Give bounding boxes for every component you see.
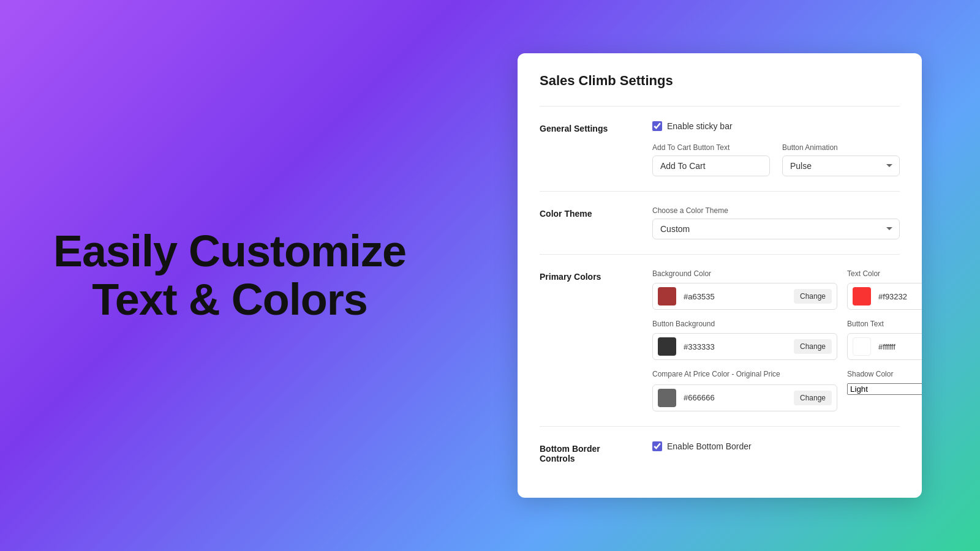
enable-bottom-border-label: Enable Bottom Border [667, 441, 752, 451]
button-animation-select[interactable]: None Pulse Bounce Shake [782, 156, 900, 176]
button-background-hex-input[interactable] [681, 342, 789, 351]
shadow-color-field: Shadow Color None Light Dark [847, 370, 922, 411]
shadow-color-label: Shadow Color [847, 370, 922, 378]
general-settings-label: General Settings [540, 121, 638, 176]
hero-text: Easily Customize Text & Colors [53, 227, 406, 324]
background-color-input-row: Change [652, 283, 837, 310]
compare-price-input-row: Change [652, 384, 837, 411]
button-animation-label: Button Animation [782, 143, 900, 152]
enable-bottom-border-checkbox[interactable] [652, 441, 662, 451]
text-color-input-row: Change [847, 283, 922, 310]
settings-title: Sales Climb Settings [540, 73, 900, 89]
button-animation-group: Button Animation None Pulse Bounce Shake [782, 143, 900, 176]
text-color-hex-input[interactable] [876, 292, 922, 301]
button-text-field: Button Text Change [847, 320, 922, 360]
add-to-cart-button-text-input[interactable] [652, 156, 770, 176]
compare-price-label: Compare At Price Color - Original Price [652, 370, 837, 380]
background-color-field: Background Color Change [652, 269, 837, 310]
choose-color-theme-label: Choose a Color Theme [652, 206, 900, 215]
color-grid: Background Color Change Text Color [652, 269, 922, 411]
primary-colors-label: Primary Colors [540, 269, 638, 411]
button-text-swatch [853, 337, 871, 356]
general-settings-content: Enable sticky bar Add To Cart Button Tex… [652, 121, 900, 176]
color-theme-select[interactable]: Default Custom Dark Light [652, 219, 900, 239]
background-color-swatch [658, 287, 676, 305]
primary-colors-section: Primary Colors Background Color Change [540, 254, 900, 426]
button-text-animation-row: Add To Cart Button Text Button Animation… [652, 143, 900, 176]
color-theme-content: Choose a Color Theme Default Custom Dark… [652, 206, 900, 239]
text-color-swatch [853, 287, 871, 305]
enable-bottom-border-row: Enable Bottom Border [652, 441, 900, 451]
background-color-change-btn[interactable]: Change [794, 289, 832, 304]
hero-line1: Easily Customize [53, 227, 406, 276]
compare-price-hex-input[interactable] [681, 393, 789, 402]
text-color-field: Text Color Change [847, 269, 922, 310]
enable-sticky-bar-checkbox[interactable] [652, 121, 662, 131]
choose-color-theme-group: Choose a Color Theme Default Custom Dark… [652, 206, 900, 239]
general-settings-section: General Settings Enable sticky bar Add T… [540, 106, 900, 191]
button-background-input-row: Change [652, 333, 837, 360]
button-background-label: Button Background [652, 320, 837, 328]
color-theme-label: Color Theme [540, 206, 638, 239]
primary-colors-content: Background Color Change Text Color [652, 269, 922, 411]
bottom-border-label: Bottom Border Controls [540, 441, 638, 463]
compare-price-swatch [658, 389, 676, 407]
add-to-cart-button-text-group: Add To Cart Button Text [652, 143, 770, 176]
add-to-cart-button-text-label: Add To Cart Button Text [652, 143, 770, 152]
button-background-swatch [658, 337, 676, 356]
text-color-label: Text Color [847, 269, 922, 278]
settings-card: Sales Climb Settings General Settings En… [518, 53, 922, 498]
left-panel: Easily Customize Text & Colors [0, 0, 459, 551]
button-text-label: Button Text [847, 320, 922, 328]
background-color-label: Background Color [652, 269, 837, 278]
button-background-field: Button Background Change [652, 320, 837, 360]
button-background-change-btn[interactable]: Change [794, 339, 832, 354]
color-theme-section: Color Theme Choose a Color Theme Default… [540, 191, 900, 254]
enable-sticky-bar-label: Enable sticky bar [667, 121, 733, 131]
right-panel: Sales Climb Settings General Settings En… [459, 0, 980, 551]
button-text-input-row: Change [847, 333, 922, 360]
compare-price-field: Compare At Price Color - Original Price … [652, 370, 837, 411]
compare-price-change-btn[interactable]: Change [794, 391, 832, 405]
bottom-border-content: Enable Bottom Border [652, 441, 900, 463]
button-text-hex-input[interactable] [876, 342, 922, 351]
hero-line2: Text & Colors [53, 276, 406, 324]
bottom-border-section: Bottom Border Controls Enable Bottom Bor… [540, 426, 900, 478]
shadow-color-select[interactable]: None Light Dark [847, 383, 922, 395]
enable-sticky-bar-row: Enable sticky bar [652, 121, 900, 131]
background-color-hex-input[interactable] [681, 292, 789, 301]
